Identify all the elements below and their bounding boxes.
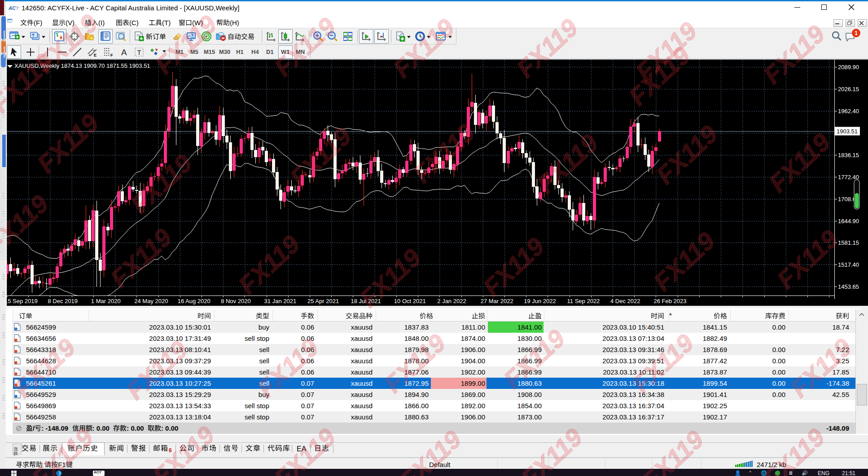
svg-text:24 May 2020: 24 May 2020 (134, 298, 168, 304)
svg-text:8 Dec 2019: 8 Dec 2019 (48, 298, 77, 304)
svg-text:18 Jul 2021: 18 Jul 2021 (351, 298, 381, 304)
svg-text:1903.51: 1903.51 (837, 128, 858, 135)
svg-text:F: F (110, 53, 113, 57)
svg-text:8 Nov 2020: 8 Nov 2020 (221, 298, 251, 304)
svg-text:1453.65: 1453.65 (838, 283, 859, 290)
svg-text:2089.90: 2089.90 (838, 64, 859, 71)
svg-text:10 Oct 2021: 10 Oct 2021 (394, 298, 426, 304)
svg-text:27 Mar 2022: 27 Mar 2022 (481, 298, 513, 304)
svg-text:1962.40: 1962.40 (838, 108, 859, 115)
svg-text:1581.15: 1581.15 (838, 239, 859, 246)
svg-text:4 Dec 2022: 4 Dec 2022 (610, 298, 640, 304)
svg-text:16 Aug 2020: 16 Aug 2020 (178, 298, 210, 304)
svg-text:19 Jun 2022: 19 Jun 2022 (524, 298, 556, 304)
svg-text:1836.15: 1836.15 (838, 152, 859, 159)
svg-text:26 Feb 2023: 26 Feb 2023 (653, 298, 686, 304)
svg-text:11 Sep 2022: 11 Sep 2022 (567, 298, 600, 304)
svg-text:1772.40: 1772.40 (838, 174, 859, 181)
svg-text:1644.90: 1644.90 (838, 218, 859, 225)
svg-text:A: A (121, 48, 127, 57)
svg-text:XAUUSD,Weekly 1874.13 1909.70: XAUUSD,Weekly 1874.13 1909.70 1871.55 19… (14, 62, 150, 69)
svg-text:2026.15: 2026.15 (838, 86, 859, 93)
svg-text:1517.40: 1517.40 (838, 261, 859, 268)
svg-text:T: T (137, 48, 141, 56)
svg-text:15 Sep 2019: 15 Sep 2019 (7, 298, 38, 304)
svg-text:25 Apr 2021: 25 Apr 2021 (307, 298, 339, 304)
svg-text:31 Jan 2021: 31 Jan 2021 (264, 298, 297, 304)
svg-text:2 Jan 2022: 2 Jan 2022 (437, 298, 466, 304)
svg-text:1 Mar 2020: 1 Mar 2020 (91, 298, 121, 304)
svg-text:E: E (94, 53, 96, 57)
